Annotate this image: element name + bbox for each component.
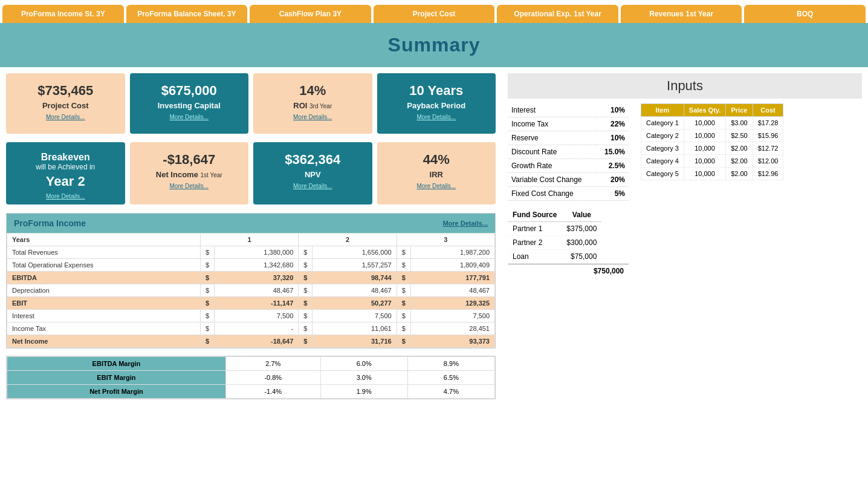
- roi-more[interactable]: More Details...: [259, 114, 366, 120]
- main-content: $735,465 Project Cost More Details... $6…: [0, 67, 868, 405]
- roi-value: 14%: [259, 83, 366, 99]
- currency-symbol: $: [397, 310, 410, 322]
- net-income-more[interactable]: More Details...: [136, 183, 243, 189]
- currency-symbol: $: [299, 335, 313, 348]
- nav-tab-2[interactable]: CashFlow Plan 3Y: [250, 5, 371, 23]
- fund-source-value: $375,000: [562, 222, 601, 236]
- margin-value: 2.7%: [225, 357, 320, 371]
- currency-symbol: $: [397, 297, 410, 310]
- margin-value: 4.7%: [407, 385, 494, 399]
- metric-value: 2.5%: [597, 159, 629, 173]
- metric-label: Income Tax: [508, 117, 597, 131]
- proforma-amount: 1,809,409: [410, 259, 494, 272]
- project-cost-more[interactable]: More Details...: [12, 114, 119, 120]
- category-cell-item: Category 5: [641, 168, 684, 180]
- col-3: 3: [397, 234, 494, 246]
- category-header: Price: [726, 104, 753, 117]
- fund-source-header: Fund Source: [508, 208, 562, 222]
- category-cell-cost: $12.00: [753, 155, 783, 168]
- category-cell-item: Category 1: [641, 117, 684, 129]
- irr-label: IRR: [383, 170, 490, 179]
- roi-sublabel: 3rd Year: [309, 103, 332, 110]
- metric-label: Interest: [508, 103, 597, 117]
- left-panel: $735,465 Project Cost More Details... $6…: [6, 73, 496, 399]
- proforma-header: ProForma Income More Details...: [7, 214, 495, 233]
- payback-more[interactable]: More Details...: [383, 114, 490, 120]
- margin-value: 3.0%: [320, 371, 407, 385]
- project-cost-label: Project Cost: [12, 101, 119, 110]
- nav-tab-6[interactable]: BOQ: [744, 5, 866, 23]
- kpi-project-cost: $735,465 Project Cost More Details...: [6, 73, 125, 134]
- breakeven-more[interactable]: More Details...: [12, 193, 119, 200]
- margin-label: EBITDA Margin: [7, 357, 226, 371]
- proforma-amount: 7,500: [313, 310, 397, 322]
- net-income-label: Net Income 1st Year: [136, 170, 243, 179]
- margin-table: EBITDA Margin2.7%6.0%8.9%EBIT Margin-0.8…: [7, 356, 495, 399]
- fund-source-total: $750,000: [508, 264, 629, 278]
- proforma-amount: 129,325: [410, 297, 494, 310]
- proforma-amount: 7,500: [215, 310, 299, 322]
- proforma-section: ProForma Income More Details... Years 1 …: [6, 213, 496, 348]
- currency-symbol: $: [299, 310, 313, 322]
- margin-value: -0.8%: [225, 371, 320, 385]
- metric-label: Discount Rate: [508, 145, 597, 159]
- roi-label: ROI 3rd Year: [259, 101, 366, 110]
- margin-section: EBITDA Margin2.7%6.0%8.9%EBIT Margin-0.8…: [6, 356, 496, 399]
- nav-tab-3[interactable]: Project Cost: [374, 5, 495, 23]
- proforma-more-link[interactable]: More Details...: [442, 220, 488, 227]
- summary-header: Summary: [0, 23, 868, 67]
- right-panel: Inputs Interest10%Income Tax22%Reserve10…: [502, 73, 862, 399]
- category-cell-item: Category 4: [641, 155, 684, 168]
- proforma-amount: 177,791: [410, 272, 494, 284]
- margin-value: 6.5%: [407, 371, 494, 385]
- proforma-amount: 48,467: [313, 284, 397, 297]
- currency-symbol: $: [397, 284, 410, 297]
- proforma-row-label: EBIT: [7, 297, 201, 310]
- proforma-amount: 1,656,000: [313, 246, 397, 259]
- currency-symbol: $: [299, 322, 313, 335]
- metric-label: Variable Cost Change: [508, 173, 597, 187]
- npv-more[interactable]: More Details...: [259, 183, 366, 189]
- category-cell-qty: 10,000: [684, 129, 725, 142]
- proforma-row-label: EBITDA: [7, 272, 201, 284]
- margin-value: 1.9%: [320, 385, 407, 399]
- currency-symbol: $: [299, 259, 313, 272]
- inputs-col-right: ItemSales Qty.PriceCostCategory 110,000$…: [641, 103, 862, 278]
- breakeven-title: Breakeven: [12, 152, 119, 163]
- proforma-amount: 1,380,000: [215, 246, 299, 259]
- category-header: Item: [641, 104, 684, 117]
- fund-source-value: $75,000: [562, 250, 601, 264]
- kpi-breakeven: Breakeven will be Achieved in Year 2 Mor…: [6, 142, 125, 204]
- proforma-amount: 7,500: [410, 310, 494, 322]
- category-cell-item: Category 2: [641, 129, 684, 142]
- fund-source-name: Loan: [508, 250, 562, 264]
- metric-value: 15.0%: [597, 145, 629, 159]
- proforma-amount: 31,716: [313, 335, 397, 348]
- irr-more[interactable]: More Details...: [383, 183, 490, 189]
- proforma-amount: -18,647: [215, 335, 299, 348]
- nav-tab-0[interactable]: ProForma Income St. 3Y: [2, 5, 124, 23]
- currency-symbol: $: [299, 284, 313, 297]
- margin-label: EBIT Margin: [7, 371, 226, 385]
- payback-label: Payback Period: [383, 101, 490, 110]
- metric-label: Growth Rate: [508, 159, 597, 173]
- metric-value: 10%: [597, 131, 629, 145]
- proforma-table: Years 1 2 3 Total Revenues$1,380,000$1,6…: [7, 233, 495, 348]
- category-cell-qty: 10,000: [684, 168, 725, 180]
- nav-tab-4[interactable]: Operational Exp. 1st Year: [497, 5, 618, 23]
- currency-symbol: $: [299, 297, 313, 310]
- inputs-wrapper: Interest10%Income Tax22%Reserve10%Discou…: [508, 103, 862, 278]
- proforma-amount: 98,744: [313, 272, 397, 284]
- categories-table: ItemSales Qty.PriceCostCategory 110,000$…: [641, 103, 783, 180]
- category-cell-price: $2.50: [726, 129, 753, 142]
- proforma-row-label: Total Operational Expenses: [7, 259, 201, 272]
- kpi-roi: 14% ROI 3rd Year More Details...: [253, 73, 372, 134]
- kpi-investing-capital: $675,000 Investing Capital More Details.…: [130, 73, 249, 134]
- nav-tab-1[interactable]: ProForma Balance Sheet. 3Y: [126, 5, 248, 23]
- investing-capital-more[interactable]: More Details...: [136, 114, 243, 120]
- npv-value: $362,364: [259, 152, 366, 168]
- currency-symbol: $: [299, 272, 313, 284]
- nav-tab-5[interactable]: Revenues 1st Year: [621, 5, 742, 23]
- currency-symbol: $: [200, 297, 214, 310]
- payback-value: 10 Years: [383, 83, 490, 99]
